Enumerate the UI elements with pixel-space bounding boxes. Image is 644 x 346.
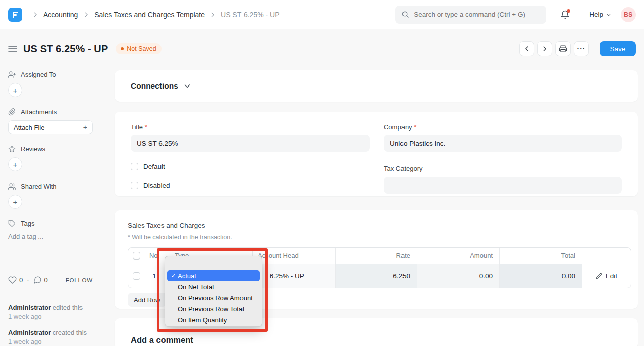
chevron-down-icon[interactable]	[183, 82, 191, 90]
avatar[interactable]: BS	[621, 7, 636, 22]
default-checkbox-row[interactable]: Default	[131, 163, 370, 170]
next-document-button[interactable]	[537, 41, 552, 56]
taxes-section-label: Sales Taxes and Charges	[128, 222, 625, 229]
tag-icon	[8, 220, 16, 227]
rate-cell[interactable]: 6.250	[336, 264, 417, 288]
amount-cell[interactable]: 0.00	[417, 264, 500, 288]
title-field[interactable]: US ST 6.25%	[131, 135, 370, 152]
status-badge: Not Saved	[116, 43, 161, 54]
chevron-down-icon	[606, 12, 612, 18]
page-title: US ST 6.25% - UP	[23, 43, 108, 55]
breadcrumb-template-list[interactable]: Sales Taxes and Charges Template	[94, 11, 205, 19]
search-input[interactable]	[414, 11, 539, 18]
chevron-right-icon	[83, 11, 90, 18]
reviews-section: Reviews	[8, 145, 93, 153]
select-all-cell	[128, 248, 145, 264]
assigned-to-section: Assigned To	[8, 70, 93, 78]
comments-count: 0	[44, 276, 48, 284]
required-marker: *	[414, 123, 416, 131]
dropdown-option-on-previous-row-total[interactable]: On Previous Row Total	[165, 303, 262, 314]
required-marker: *	[145, 123, 147, 131]
search-icon	[401, 11, 409, 18]
col-actions	[582, 248, 631, 264]
social-row: 0 · 0 FOLLOW	[8, 276, 93, 284]
print-button[interactable]	[555, 41, 571, 56]
breadcrumb-accounting[interactable]: Accounting	[43, 11, 78, 19]
user-plus-icon	[8, 71, 16, 78]
attachments-section: Attachments	[8, 108, 93, 116]
follow-button[interactable]: FOLLOW	[66, 277, 93, 283]
company-label: Company *	[384, 123, 622, 131]
form-column-left: Title * US ST 6.25% Default Disabled	[131, 123, 370, 194]
divider	[8, 295, 93, 295]
star-icon	[8, 145, 16, 153]
default-checkbox[interactable]	[131, 163, 138, 170]
status-dot	[121, 47, 124, 50]
add-assignment-button[interactable]: +	[8, 83, 22, 97]
total-cell[interactable]: 0.00	[500, 264, 582, 288]
row-checkbox[interactable]	[133, 272, 140, 280]
more-actions-button[interactable]: ···	[574, 41, 589, 56]
comment-heading: Add a comment	[131, 335, 622, 345]
taxes-note: * Will be calculated in the transaction.	[128, 234, 625, 241]
col-amount: Amount	[417, 248, 500, 264]
disabled-checkbox-row[interactable]: Disabled	[131, 182, 370, 189]
dropdown-option-on-net-total[interactable]: On Net Total	[165, 281, 262, 292]
tags-section: Tags	[8, 219, 93, 227]
breadcrumb-current: US ST 6.25% - UP	[221, 11, 279, 19]
add-tag-input[interactable]: Add a tag ...	[8, 233, 93, 240]
likes-count: 0	[19, 276, 23, 284]
shared-with-section: Shared With	[8, 182, 93, 190]
navbar: Accounting Sales Taxes and Charges Templ…	[0, 0, 644, 29]
col-no: No.	[145, 248, 164, 264]
prev-document-button[interactable]	[519, 41, 534, 56]
paperclip-icon	[8, 108, 16, 116]
pencil-icon	[596, 273, 602, 279]
add-share-button[interactable]: +	[8, 195, 22, 209]
account-head-cell[interactable]: T 6.25% - UP	[253, 264, 336, 288]
plus-icon: +	[83, 123, 87, 131]
activity-edited: Administrator edited this 1 week ago	[8, 303, 93, 321]
app-logo-icon[interactable]	[8, 8, 22, 22]
type-dropdown: ✓ Actual On Net Total On Previous Row Am…	[165, 256, 262, 327]
attach-file-button[interactable]: Attach File +	[8, 120, 93, 134]
dropdown-option-on-item-quantity[interactable]: On Item Quantity	[165, 314, 262, 325]
notifications-bell-icon[interactable]	[560, 10, 570, 19]
col-total: Total	[500, 248, 582, 264]
add-row-button[interactable]: Add Row	[128, 293, 167, 307]
disabled-checkbox[interactable]	[131, 182, 138, 189]
divider	[580, 9, 580, 20]
app-window: Accounting Sales Taxes and Charges Templ…	[0, 0, 644, 346]
connections-heading[interactable]: Connections	[131, 81, 178, 91]
tax-category-label: Tax Category	[384, 165, 622, 172]
edit-row-button[interactable]: Edit	[582, 264, 631, 288]
heart-icon[interactable]	[8, 276, 17, 284]
company-field[interactable]: Unico Plastics Inc.	[384, 135, 622, 152]
activity-created: Administrator created this 1 week ago	[8, 328, 93, 346]
notification-dot	[567, 9, 570, 13]
col-rate: Rate	[336, 248, 417, 264]
check-icon: ✓	[169, 272, 178, 279]
tax-category-field[interactable]	[384, 177, 622, 194]
comment-icon[interactable]	[33, 276, 42, 284]
dropdown-option-on-previous-row-amount[interactable]: On Previous Row Amount	[165, 292, 262, 303]
global-search[interactable]	[395, 6, 546, 24]
add-review-button[interactable]: +	[8, 157, 22, 171]
users-icon	[8, 183, 16, 190]
header-actions: ··· Save	[519, 41, 636, 56]
document-sidebar: Assigned To + Attachments Attach File + …	[8, 70, 93, 346]
navbar-right: Help BS	[395, 6, 636, 24]
save-button[interactable]: Save	[600, 41, 636, 56]
select-all-checkbox[interactable]	[133, 252, 140, 260]
connections-card: Connections	[115, 70, 638, 102]
help-menu[interactable]: Help	[589, 11, 612, 18]
dropdown-option-actual[interactable]: ✓ Actual	[167, 270, 260, 281]
row-select-cell	[128, 264, 145, 288]
sidebar-toggle-icon[interactable]	[8, 45, 17, 52]
chevron-right-icon	[209, 11, 216, 18]
breadcrumb: Accounting Sales Taxes and Charges Templ…	[27, 11, 279, 19]
dot-separator: ·	[27, 276, 29, 284]
page-header: US ST 6.25% - UP Not Saved ··· Save	[8, 40, 636, 57]
col-account-head: Account Head	[253, 248, 336, 264]
chevron-right-icon	[32, 11, 39, 18]
